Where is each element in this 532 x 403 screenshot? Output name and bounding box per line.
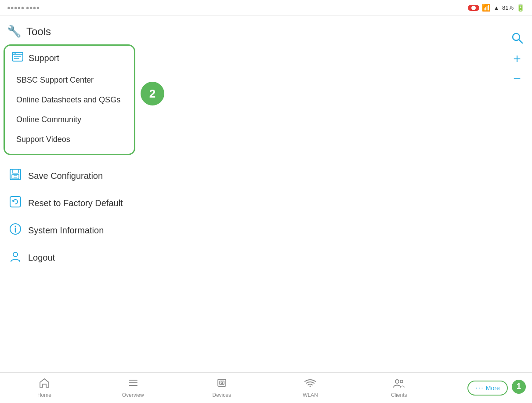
battery-text: 81%	[502, 4, 514, 11]
tab-devices-label: Devices	[212, 392, 231, 398]
tab-wlan[interactable]: WLAN	[266, 375, 355, 401]
tab-clients[interactable]: Clients	[355, 375, 443, 401]
save-configuration-item[interactable]: Save Configuration	[0, 162, 532, 189]
tab-bar: Home Overview Devices	[0, 372, 532, 403]
online-datasheets[interactable]: Online Datasheets and QSGs	[12, 90, 127, 110]
logout-icon	[9, 250, 22, 265]
badge-1: 1	[512, 380, 526, 394]
tab-home-label: Home	[37, 392, 51, 398]
wifi-icon: 📶	[482, 4, 491, 12]
tab-overview-label: Overview	[122, 392, 144, 398]
tools-heading: 🔧 Tools	[0, 20, 532, 43]
svg-point-16	[15, 226, 16, 227]
reset-icon	[9, 196, 22, 211]
battery-icon: 🔋	[516, 4, 525, 12]
save-icon	[9, 168, 22, 183]
svg-rect-21	[218, 379, 226, 386]
save-configuration-label: Save Configuration	[28, 171, 103, 181]
status-bar: ●●●●● ●●●● 📶 ▲ 81% 🔋	[0, 0, 532, 16]
search-icon[interactable]	[511, 32, 523, 46]
tab-home[interactable]: Home	[0, 375, 89, 401]
record-dot	[471, 6, 476, 10]
support-videos[interactable]: Support Videos	[12, 130, 127, 149]
tab-overview[interactable]: Overview	[89, 375, 177, 401]
svg-point-25	[395, 380, 399, 383]
wrench-icon: 🔧	[7, 25, 21, 38]
home-icon	[39, 378, 50, 390]
main-content: + − 🔧 Tools Support SBSC Support Center	[0, 16, 532, 372]
svg-point-17	[13, 252, 18, 257]
status-time: ●●●●● ●●●●	[7, 4, 40, 11]
sbsc-support-center[interactable]: SBSC Support Center	[12, 70, 127, 90]
wlan-icon	[304, 378, 316, 390]
logout-item[interactable]: Logout	[0, 244, 532, 271]
minus-icon[interactable]: −	[513, 72, 521, 85]
more-dots: ···	[475, 384, 484, 392]
reset-factory-default-item[interactable]: Reset to Factory Default	[0, 189, 532, 217]
svg-point-4	[14, 53, 14, 54]
support-section: Support SBSC Support Center Online Datas…	[4, 44, 135, 155]
tab-more[interactable]: ··· More 1	[443, 378, 532, 398]
page-title: Tools	[26, 25, 51, 38]
status-right: 📶 ▲ 81% 🔋	[468, 4, 525, 12]
svg-rect-10	[12, 174, 19, 179]
svg-rect-13	[10, 196, 21, 207]
tab-wlan-label: WLAN	[303, 392, 318, 398]
support-sub-items: SBSC Support Center Online Datasheets an…	[5, 70, 134, 154]
svg-point-23	[221, 382, 223, 384]
top-icons: + −	[511, 32, 523, 85]
clients-icon	[393, 378, 405, 390]
add-icon[interactable]: +	[513, 52, 521, 65]
system-information-item[interactable]: System Information	[0, 217, 532, 244]
support-label: Support	[29, 53, 59, 63]
more-label: More	[486, 385, 500, 392]
devices-icon	[217, 378, 227, 390]
reset-factory-default-label: Reset to Factory Default	[28, 198, 123, 208]
record-indicator	[468, 5, 479, 11]
more-tab-btn[interactable]: ··· More	[467, 381, 507, 396]
logout-label: Logout	[28, 253, 55, 263]
online-community[interactable]: Online Community	[12, 110, 127, 130]
badge-2: 2	[141, 82, 164, 105]
info-icon	[9, 223, 22, 238]
svg-line-1	[519, 40, 522, 43]
support-icon	[12, 52, 23, 64]
tab-clients-label: Clients	[391, 392, 407, 398]
svg-rect-9	[12, 169, 18, 173]
svg-point-26	[400, 380, 403, 383]
svg-point-24	[310, 385, 311, 387]
signal-icon: ▲	[493, 4, 499, 11]
overview-icon	[128, 378, 138, 390]
support-header[interactable]: Support	[5, 46, 134, 70]
tab-devices[interactable]: Devices	[177, 375, 266, 401]
svg-point-5	[15, 53, 16, 54]
system-information-label: System Information	[28, 225, 104, 236]
svg-rect-22	[220, 381, 224, 385]
